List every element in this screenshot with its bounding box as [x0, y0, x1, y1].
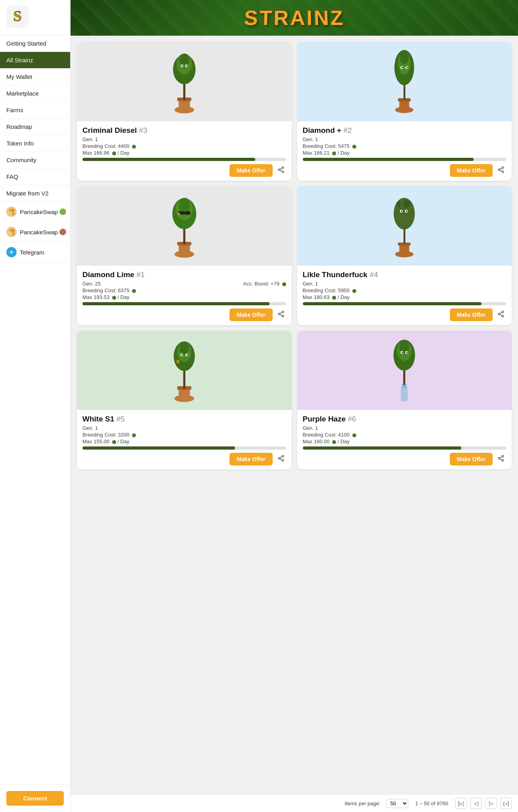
pagination-bar: Items per page: 50 10 25 100 1 – 50 of 8…	[71, 794, 518, 812]
svg-point-24	[400, 52, 409, 64]
card-card-5: White S1 #5 Gen. 1 Breeding Cost: 3200 M…	[77, 331, 292, 469]
svg-point-13	[282, 167, 284, 169]
card-acc-boost: Acc. Boost: +79	[243, 281, 286, 287]
share-button[interactable]	[496, 309, 506, 321]
sidebar-item-faq[interactable]: FAQ	[0, 169, 70, 185]
connect-button[interactable]: Connect	[6, 791, 64, 806]
svg-line-68	[500, 312, 502, 313]
sidebar-item-all-strainz[interactable]: All Strainz	[0, 52, 70, 69]
pagination-next-button[interactable]: ▷	[486, 798, 497, 809]
share-button[interactable]	[496, 453, 506, 465]
pagination-last-button[interactable]: ▷|	[501, 798, 512, 809]
sidebar-item-telegram[interactable]: ✈ Telegram	[0, 242, 70, 262]
progress-bar-fill	[303, 158, 474, 161]
make-offer-button[interactable]: Make Offer	[229, 308, 272, 321]
max-dot	[332, 296, 336, 300]
svg-point-14	[278, 169, 280, 170]
svg-line-33	[500, 168, 502, 169]
sidebar-item-community[interactable]: Community	[0, 152, 70, 169]
sidebar-logo: S	[0, 0, 70, 35]
progress-bar-background	[303, 302, 507, 305]
svg-point-91	[399, 340, 409, 354]
pancakeswap-green-icon: 🥞	[6, 207, 17, 217]
svg-point-61	[401, 211, 403, 212]
items-per-page-select[interactable]: 50 10 25 100	[386, 799, 408, 808]
svg-point-40	[179, 198, 190, 213]
svg-point-95	[406, 352, 407, 353]
card-number: #5	[117, 415, 125, 423]
svg-point-47	[282, 315, 284, 317]
card-title: White S1 #5	[82, 415, 286, 423]
pagination-prev-button[interactable]: ◁	[470, 798, 482, 809]
card-breeding-cost: Breeding Cost: 5475	[303, 143, 507, 149]
make-offer-button[interactable]: Make Offer	[229, 453, 272, 465]
sidebar-item-marketplace[interactable]: Marketplace	[0, 85, 70, 102]
share-button[interactable]	[276, 453, 286, 465]
svg-point-59	[403, 202, 409, 208]
card-title: Diamond + #2	[303, 126, 507, 135]
svg-point-28	[407, 67, 408, 69]
card-number: #2	[343, 126, 352, 134]
share-button[interactable]	[276, 165, 286, 177]
make-offer-button[interactable]: Make Offer	[450, 453, 493, 465]
main-content: STRAINZ Criminal Diesel #3 Gen. 1 Breedi…	[71, 0, 518, 812]
pagination-first-button[interactable]: |◁	[455, 798, 466, 809]
sidebar-item-label: All Strainz	[6, 57, 33, 63]
card-title: Purple Haze #6	[303, 415, 507, 423]
share-button[interactable]	[276, 309, 286, 321]
sidebar-item-label: My Wallet	[6, 73, 32, 80]
svg-point-66	[502, 315, 504, 317]
card-gen: Gen. 1	[303, 281, 507, 287]
svg-point-46	[278, 313, 280, 315]
sidebar-item-pancakeswap-brown[interactable]: 🥞 PancakeSwap 🟤	[0, 222, 70, 242]
make-offer-button[interactable]: Make Offer	[450, 308, 493, 321]
brown-badge: 🟤	[59, 228, 67, 236]
svg-point-31	[502, 171, 504, 173]
svg-point-45	[282, 311, 284, 313]
sidebar-item-farms[interactable]: Farms	[0, 102, 70, 119]
card-body: Criminal Diesel #3 Gen. 1 Breeding Cost:…	[77, 121, 292, 181]
progress-bar-background	[303, 446, 507, 450]
progress-bar-fill	[82, 158, 255, 161]
pagination-range: 1 – 50 of 8760	[415, 801, 448, 806]
svg-point-79	[186, 354, 188, 356]
card-gen: Gen. 1	[82, 425, 286, 431]
sidebar-item-token-info[interactable]: Token Info	[0, 135, 70, 152]
svg-line-99	[500, 459, 502, 460]
sidebar: S Getting Started All Strainz My Wallet …	[0, 0, 71, 812]
svg-line-32	[500, 170, 502, 171]
card-body: Purple Haze #6 Gen. 1 Breeding Cost: 410…	[297, 410, 512, 469]
make-offer-button[interactable]: Make Offer	[229, 164, 272, 177]
progress-bar-background	[82, 446, 286, 450]
svg-rect-51	[399, 244, 409, 255]
telegram-icon: ✈	[6, 247, 17, 257]
card-actions: Make Offer	[82, 308, 286, 321]
sidebar-item-label: FAQ	[6, 173, 18, 180]
share-button[interactable]	[496, 165, 506, 177]
sidebar-item-getting-started[interactable]: Getting Started	[0, 35, 70, 52]
svg-rect-3	[179, 99, 190, 111]
breeding-cost-dot	[132, 289, 136, 293]
share-icon	[277, 166, 285, 173]
sidebar-item-pancakeswap-green[interactable]: 🥞 PancakeSwap 🟢	[0, 202, 70, 222]
breeding-cost-dot	[352, 289, 356, 293]
svg-point-30	[498, 169, 500, 170]
breeding-cost-dot	[352, 145, 356, 149]
svg-point-63	[406, 211, 408, 212]
items-per-page-label: Items per page:	[345, 801, 380, 806]
share-icon	[277, 455, 285, 462]
card-card-6: Purple Haze #6 Gen. 1 Breeding Cost: 410…	[297, 331, 512, 469]
max-dot	[332, 440, 336, 444]
card-body: Likle Thunderfuck #4 Gen. 1 Breeding Cos…	[297, 266, 512, 325]
sidebar-item-my-wallet[interactable]: My Wallet	[0, 69, 70, 85]
pancakeswap-brown-icon: 🥞	[6, 227, 17, 237]
logo-icon: S	[6, 6, 29, 28]
sidebar-item-roadmap[interactable]: Roadmap	[0, 119, 70, 135]
sidebar-item-migrate[interactable]: Migrate from V2	[0, 185, 70, 202]
svg-rect-43	[184, 212, 185, 214]
make-offer-button[interactable]: Make Offer	[450, 164, 493, 177]
card-actions: Make Offer	[303, 308, 507, 321]
svg-line-84	[280, 459, 282, 460]
progress-bar-background	[82, 158, 286, 161]
progress-bar-background	[82, 302, 286, 305]
